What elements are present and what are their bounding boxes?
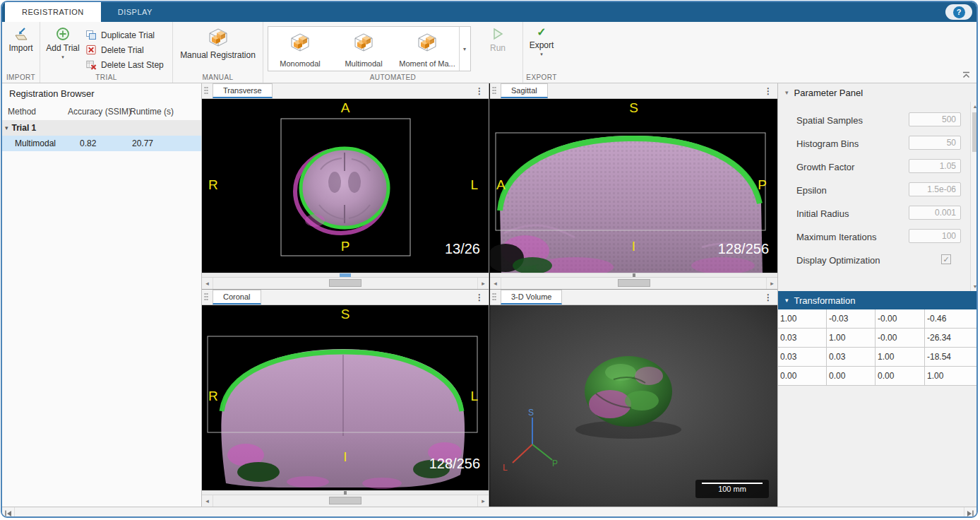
display-optimization-checkbox[interactable]: ✓ [941, 254, 951, 264]
tab-transverse[interactable]: Transverse [213, 83, 273, 98]
scroll-up-icon[interactable]: ▲ [971, 104, 978, 109]
help-button[interactable]: ? [945, 4, 972, 20]
scrollbar-thumb[interactable] [329, 497, 361, 504]
transformation-title: Transformation [794, 295, 856, 306]
delete-step-icon [85, 59, 97, 70]
scrollbar-thumb[interactable] [329, 279, 361, 287]
gallery-dropdown-button[interactable]: ▾ [459, 27, 470, 71]
trial-result-row[interactable]: Multimodal 0.82 20.77 [2, 136, 201, 151]
collapse-chevron-icon[interactable]: ▾ [785, 297, 789, 304]
scroll-right-icon[interactable]: ▸ [766, 278, 777, 289]
run-button[interactable]: Run [479, 28, 516, 53]
expander-icon[interactable]: ▾ [5, 124, 8, 131]
import-button[interactable]: Import [2, 22, 40, 53]
scroll-right-icon[interactable]: ▸ [477, 278, 489, 289]
gallery-item-multimodal[interactable]: Multimodal [332, 27, 395, 71]
coronal-image[interactable]: S R L I 128/256 [202, 305, 489, 490]
transformation-header[interactable]: ▾ Transformation [778, 291, 978, 309]
viewport-tabbar: 3-D Volume ⋮ [490, 290, 777, 305]
run-label: Run [490, 43, 506, 53]
spatial-samples-input[interactable]: 500 [909, 112, 961, 126]
parameter-panel-header[interactable]: ▾ Parameter Panel [778, 83, 978, 102]
volume-render[interactable]: S L P 100 mm [490, 305, 777, 507]
param-row-maximum-iterations: Maximum Iterations 100 [778, 225, 969, 249]
result-runtime: 20.77 [132, 138, 153, 148]
trial-group-row[interactable]: ▾ Trial 1 [2, 120, 201, 136]
collapse-toolstrip-icon[interactable] [962, 71, 971, 78]
tab-sagittal[interactable]: Sagittal [501, 83, 548, 98]
gallery-item-moment-of-mass[interactable]: Moment of Ma... [395, 27, 459, 71]
scroll-end-button[interactable] [964, 507, 976, 518]
app-horizontal-scrollbar[interactable] [2, 507, 976, 518]
tab-coronal[interactable]: Coronal [213, 290, 261, 305]
scroll-home-button[interactable] [2, 507, 15, 518]
export-button[interactable]: ✓ Export ▾ [523, 22, 560, 57]
scroll-left-icon[interactable]: ◂ [490, 278, 501, 289]
drag-grip-icon[interactable] [492, 86, 496, 95]
section-label-automated: AUTOMATED [263, 73, 522, 81]
param-row-growth-factor: Growth Factor 1.05 [778, 155, 969, 179]
matrix-cell: 1.00 [876, 348, 925, 367]
matrix-cell: 1.00 [925, 367, 978, 386]
section-automated: Monomodal Multimodal Moment of Ma... ▾ [263, 22, 523, 83]
viewport-sagittal: Sagittal ⋮ [490, 83, 777, 290]
kebab-menu-icon[interactable]: ⋮ [764, 86, 772, 96]
orientation-axes: S L P [503, 410, 562, 475]
drag-grip-icon[interactable] [492, 292, 496, 302]
gallery-item-monomodal[interactable]: Monomodal [268, 27, 332, 71]
scrollbar-thumb[interactable] [618, 279, 650, 287]
duplicate-trial-button[interactable]: Duplicate Trial [85, 28, 169, 42]
orientation-label-superior: S [629, 100, 638, 116]
delete-last-step-label: Delete Last Step [101, 60, 164, 70]
param-row-display-optimization: Display Optimization ✓ [778, 249, 969, 272]
tab-3d-volume[interactable]: 3-D Volume [501, 290, 562, 305]
scroll-left-icon[interactable]: ◂ [202, 495, 213, 507]
scroll-left-icon[interactable]: ◂ [202, 278, 213, 289]
epsilon-input[interactable]: 1.5e-06 [909, 182, 961, 196]
scroll-right-icon[interactable]: ▸ [477, 495, 489, 507]
kebab-menu-icon[interactable]: ⋮ [475, 292, 484, 302]
kebab-menu-icon[interactable]: ⋮ [475, 86, 484, 96]
toolstrip-tab-bar: REGISTRATION DISPLAY ? [2, 2, 976, 22]
orientation-label-anterior: A [341, 100, 350, 116]
horizontal-scrollbar[interactable]: ◂ ▸ [202, 277, 489, 289]
drag-grip-icon[interactable] [204, 86, 208, 95]
param-label: Epsilon [796, 185, 827, 196]
registration-cubes-icon [351, 32, 376, 53]
matrix-cell: 0.03 [778, 348, 827, 367]
add-trial-button[interactable]: Add Trial ▾ [42, 22, 83, 59]
maximum-iterations-input[interactable]: 100 [909, 229, 961, 243]
transverse-image[interactable]: A R L P 13/26 [202, 99, 489, 273]
drag-grip-icon[interactable] [204, 292, 208, 302]
section-label-export: EXPORT [523, 73, 560, 81]
tab-coronal-label: Coronal [223, 292, 251, 301]
param-label: Initial Radius [796, 208, 849, 219]
kebab-menu-icon[interactable]: ⋮ [764, 292, 772, 302]
manual-registration-button[interactable]: Manual Registration [173, 22, 263, 60]
sagittal-image[interactable]: S A P I 128/256 [490, 99, 777, 273]
matrix-cell: 0.00 [876, 367, 925, 386]
section-label-trial: TRIAL [40, 73, 172, 81]
histogram-bins-input[interactable]: 50 [909, 136, 961, 150]
tab-display[interactable]: DISPLAY [101, 2, 169, 22]
collapse-chevron-icon[interactable]: ▾ [785, 89, 789, 96]
scrollbar-thumb[interactable] [972, 112, 978, 152]
caret-down-icon: ▾ [540, 52, 543, 57]
delete-icon [85, 45, 97, 55]
delete-last-step-button[interactable]: Delete Last Step [85, 57, 169, 72]
scroll-end-icon [967, 510, 974, 517]
initial-radius-input[interactable]: 0.001 [909, 206, 961, 220]
vertical-scrollbar[interactable]: ▲ ▼ [970, 102, 978, 291]
tab-sagittal-label: Sagittal [511, 86, 537, 95]
horizontal-scrollbar[interactable]: ◂ ▸ [490, 277, 777, 289]
matrix-cell: -26.34 [925, 329, 978, 348]
run-play-icon [491, 28, 504, 40]
section-label-manual: MANUAL [173, 73, 263, 81]
axis-label-p: P [552, 459, 558, 468]
delete-trial-button[interactable]: Delete Trial [85, 42, 169, 57]
horizontal-scrollbar[interactable]: ◂ ▸ [202, 495, 489, 507]
growth-factor-input[interactable]: 1.05 [909, 159, 961, 173]
tab-registration[interactable]: REGISTRATION [5, 2, 101, 22]
right-panel: ▾ Parameter Panel Spatial Samples 500 Hi… [777, 83, 978, 507]
scroll-down-icon[interactable]: ▼ [971, 284, 978, 289]
